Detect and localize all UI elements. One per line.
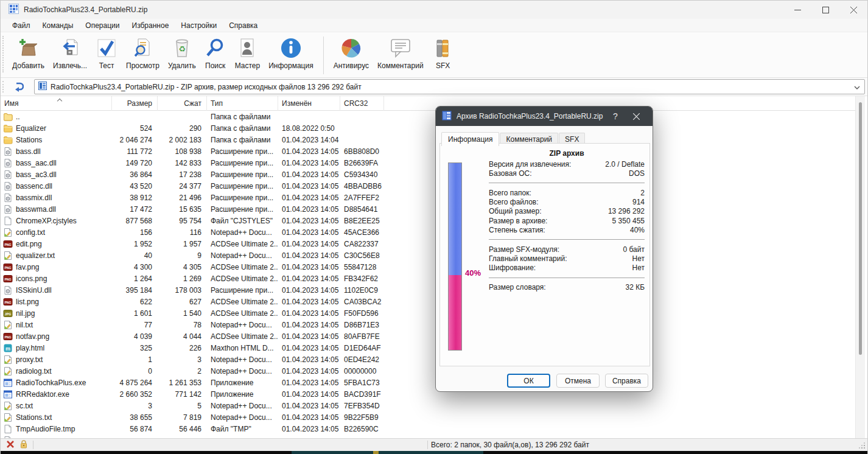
file-row[interactable]: PNGfav.png 4 300 4 305 ACDSee Ultimate 2… — [1, 261, 855, 273]
file-row[interactable]: PNGnotfav.png 4 039 4 044 ACDSee Ultimat… — [1, 330, 855, 342]
dialog-ok-button[interactable]: ОК — [507, 374, 550, 388]
menu-commands[interactable]: Команды — [37, 20, 79, 31]
file-type: ACDSee Ultimate 2... — [207, 240, 278, 248]
file-name: play.html — [16, 344, 44, 352]
dialog-cancel-button[interactable]: Отмена — [556, 374, 600, 388]
file-row[interactable]: nil.txt 77 78 Notepad++ Docu... 01.04.20… — [1, 319, 855, 330]
file-crc32: 6BB808D0 — [340, 147, 384, 156]
toolbar-view-button[interactable]: Просмотр — [122, 36, 164, 70]
file-row[interactable]: ChromeXP.cjstyles 877 568 95 754 Файл "C… — [1, 215, 855, 226]
info-value: 914 — [632, 198, 645, 206]
menu-file[interactable]: Файл — [7, 20, 36, 31]
file-size: 877 568 — [112, 217, 158, 225]
svg-text:PNG: PNG — [4, 335, 11, 338]
file-row[interactable]: basswma.dll 17 472 15 635 Расширение при… — [1, 203, 855, 215]
file-row[interactable]: mplay.html 325 226 Maxthon HTML D... 01.… — [1, 342, 855, 354]
close-button[interactable] — [839, 1, 867, 19]
file-list: .. Папка с файлами Equalizer 524 290 Пап… — [1, 111, 855, 438]
taskbar-segment — [292, 451, 483, 454]
column-header-modified[interactable]: Изменён — [278, 96, 340, 111]
resize-grip[interactable] — [858, 442, 866, 449]
scrollbar-thumb[interactable] — [859, 102, 862, 355]
file-row[interactable]: radiolog.txt 0 2 Notepad++ Docu... 01.04… — [1, 365, 855, 377]
column-header-row: Имя Размер Сжат Тип Изменён CRC32 — [1, 96, 855, 111]
file-row[interactable]: equalizer.txt 40 9 Notepad++ Docu... 01.… — [1, 250, 855, 261]
menu-favorites[interactable]: Избранное — [127, 20, 175, 31]
lock-icon[interactable] — [19, 439, 28, 450]
file-modified: 01.04.2023 14:05 — [278, 413, 340, 422]
dialog-title: Архив RadioTochkaPlus23.4_PortableRU.zip — [457, 112, 605, 120]
file-row[interactable]: .. Папка с файлами — [1, 111, 855, 122]
svg-text:PNG: PNG — [4, 300, 11, 304]
file-row[interactable]: Stations.txt 38 655 7 819 Notepad++ Docu… — [1, 411, 855, 423]
file-row[interactable]: proxy.txt 1 3 Notepad++ Docu... 01.04.20… — [1, 354, 855, 365]
toolbar-extract-button[interactable]: Извлечь... — [49, 36, 91, 70]
dialog-help-button[interactable]: Справка — [605, 374, 648, 388]
file-row[interactable]: bass_aac.dll 149 720 142 833 Расширение … — [1, 157, 855, 169]
file-row[interactable]: Stations 2 046 274 2 002 183 Папка с фай… — [1, 134, 855, 145]
errors-x-icon[interactable] — [6, 440, 15, 450]
archive-description: RadioTochkaPlus23.4_PortableRU.zip - ZIP… — [51, 83, 362, 91]
file-row[interactable]: JPGnil.jpg 1 601 1 540 ACDSee Ultimate 2… — [1, 307, 855, 319]
file-packed-size: 1 261 353 — [158, 379, 207, 387]
menu-settings[interactable]: Настройки — [175, 20, 222, 31]
archive-type-heading: ZIP архив — [489, 149, 645, 158]
info-row-total-folders: Всего папок: 2 — [489, 188, 645, 197]
minimize-button[interactable] — [783, 1, 811, 19]
file-row[interactable]: sc.txt 3 5 Notepad++ Docu... 01.04.2023 … — [1, 400, 855, 411]
antivirus-pie-icon — [340, 37, 362, 59]
toolbar-sfx-button[interactable]: SFX — [428, 36, 458, 70]
toolbar-comment-button[interactable]: Комментарий — [373, 36, 428, 70]
file-row[interactable]: ISSkinU.dll 395 184 178 003 Расширение п… — [1, 284, 855, 296]
file-row[interactable]: RRRedaktor.exe 2 660 352 771 142 Приложе… — [1, 388, 855, 400]
file-row[interactable]: bassenc.dll 43 520 24 377 Расширение при… — [1, 180, 855, 192]
file-size: 1 — [112, 355, 158, 364]
file-row[interactable]: config.txt 156 116 Notepad++ Docu... 01.… — [1, 226, 855, 238]
file-type: Приложение — [207, 379, 278, 387]
file-row[interactable]: RadioTochkaPlus.exe 4 875 264 1 261 353 … — [1, 377, 855, 388]
toolbar-info-button[interactable]: Информация — [264, 36, 317, 70]
column-header-size[interactable]: Размер — [112, 96, 158, 111]
file-size: 4 300 — [112, 263, 158, 271]
toolbar-separator — [323, 37, 324, 74]
file-row[interactable]: Equalizer 524 290 Папка с файлами 18.08.… — [1, 122, 855, 134]
file-row[interactable]: TmpAudioFile.tmp 56 874 56 446 Файл "TMP… — [1, 423, 855, 435]
file-name: icons.png — [16, 274, 47, 283]
dll-file-icon — [3, 204, 13, 214]
column-header-crc32[interactable]: CRC32 — [340, 96, 384, 111]
column-header-type[interactable]: Тип — [207, 96, 278, 111]
file-row[interactable]: PNGlist.png 622 627 ACDSee Ultimate 2...… — [1, 296, 855, 307]
dialog-help-button[interactable]: ? — [605, 107, 626, 126]
toolbar-search-button[interactable]: Поиск — [200, 36, 231, 70]
undo-button[interactable] — [10, 80, 26, 94]
file-row[interactable]: bass_ac3.dll 36 864 17 238 Расширение пр… — [1, 169, 855, 180]
column-header-packed[interactable]: Сжат — [158, 96, 207, 111]
view-document-icon — [131, 37, 153, 59]
file-row[interactable]: PNGedit.png 1 952 1 957 ACDSee Ultimate … — [1, 238, 855, 250]
file-modified: 01.04.2023 14:05 — [278, 379, 340, 387]
file-crc32: D8854641 — [340, 205, 384, 214]
file-type: Notepad++ Docu... — [207, 321, 278, 329]
dialog-tab-info[interactable]: Информация — [441, 132, 499, 146]
dialog-close-icon[interactable] — [626, 107, 646, 126]
file-row[interactable]: bassmix.dll 38 912 21 496 Расширение при… — [1, 192, 855, 203]
column-header-name[interactable]: Имя — [1, 96, 112, 111]
file-row[interactable]: PNGicons.png 1 264 1 269 ACDSee Ultimate… — [1, 273, 855, 284]
menu-help[interactable]: Справка — [223, 20, 263, 31]
toolbar-delete-button[interactable]: ♻Удалить — [164, 36, 200, 70]
file-row[interactable]: bass.dll 111 772 108 938 Расширение при.… — [1, 145, 855, 157]
archive-path-combobox[interactable]: RadioTochkaPlus23.4_PortableRU.zip - ZIP… — [34, 79, 865, 94]
toolbar-add-button[interactable]: Добавить — [8, 36, 49, 70]
toolbar-test-button[interactable]: Тест — [91, 36, 122, 70]
file-packed-size: 116 — [158, 228, 207, 237]
toolbar-wizard-button[interactable]: Мастер — [231, 36, 265, 70]
vertical-scrollbar[interactable] — [855, 96, 865, 438]
toolbar-antivirus-button[interactable]: Антивирус — [329, 36, 373, 70]
maximize-button[interactable] — [811, 1, 839, 19]
chevron-down-icon[interactable] — [854, 84, 860, 93]
file-crc32: BACD391F — [340, 390, 384, 399]
info-value: 5 350 455 — [612, 217, 645, 225]
menu-operations[interactable]: Операции — [80, 20, 125, 31]
file-type: Расширение при... — [207, 147, 278, 156]
file-size: 156 — [112, 228, 158, 237]
